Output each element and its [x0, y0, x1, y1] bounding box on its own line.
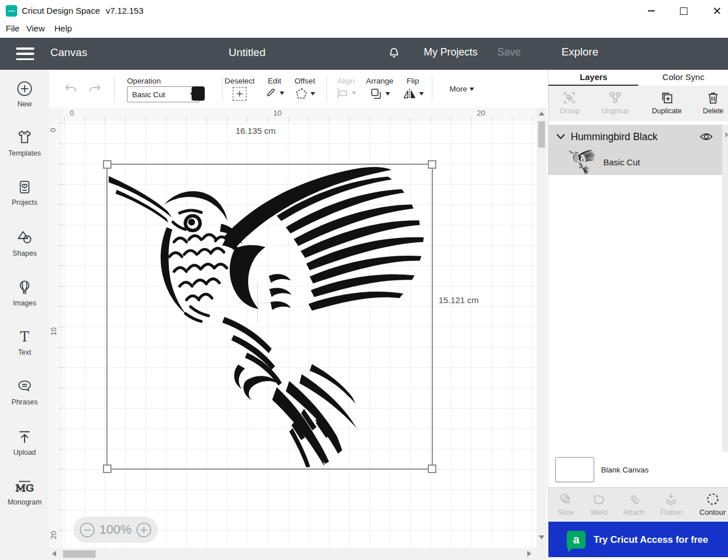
v-ruler-0: 0 [49, 128, 57, 132]
duplicate-icon [659, 90, 674, 105]
layer-group-row[interactable]: Hummingbird Black [548, 125, 722, 149]
flip-button[interactable] [402, 87, 424, 101]
selection-bounding-box[interactable] [106, 164, 433, 470]
weld-icon [591, 492, 606, 506]
horizontal-scrollbar[interactable] [49, 548, 536, 560]
caret-icon [280, 92, 284, 95]
save-button: Save [497, 46, 520, 58]
canvas-label[interactable]: Canvas [50, 46, 87, 59]
redo-icon [88, 82, 103, 95]
svg-text:T: T [20, 329, 29, 345]
toolbar-divider [114, 76, 115, 101]
menubar: File View Help [0, 22, 728, 38]
notifications-bell-icon[interactable] [387, 46, 401, 61]
deselect-label: Deselect [225, 77, 255, 85]
menu-file[interactable]: File [6, 23, 19, 33]
offset-button[interactable] [295, 87, 315, 101]
toolbar-divider [432, 76, 432, 101]
more-button[interactable]: More [449, 85, 474, 93]
sidebar-item-phrases[interactable]: Phrases [0, 378, 49, 419]
operation-dropdown[interactable]: Basic Cut [127, 86, 200, 102]
tab-layers[interactable]: Layers [580, 72, 607, 82]
contour-button[interactable]: Contour [699, 492, 726, 517]
paperclip-icon [626, 492, 641, 506]
align-icon [336, 87, 349, 100]
menu-view[interactable]: View [26, 23, 45, 33]
project-card-icon [16, 178, 33, 196]
scroll-down-icon[interactable] [539, 535, 544, 539]
scroll-left-icon[interactable] [52, 551, 56, 557]
banner-text: Try Cricut Access for free [594, 534, 708, 545]
slice-button: Slice [558, 492, 574, 517]
panel-scrollbar-gutter[interactable] [722, 125, 728, 452]
align-button [336, 87, 356, 100]
resize-handle-top-left[interactable] [103, 160, 112, 169]
cricut-access-banner[interactable]: a Try Cricut Access for free [548, 522, 728, 557]
chevron-down-icon[interactable] [556, 134, 565, 140]
layer-item-row[interactable]: Basic Cut [548, 149, 722, 175]
scroll-up-icon[interactable] [539, 112, 544, 116]
align-label: Align [337, 77, 355, 85]
tab-color-sync[interactable]: Color Sync [662, 72, 704, 82]
explore-menu[interactable]: Explore [562, 46, 598, 58]
vertical-scrollbar[interactable] [536, 108, 547, 548]
sidebar-item-new[interactable]: New [0, 80, 49, 121]
sidebar-item-templates[interactable]: Templates [0, 128, 49, 169]
close-button[interactable] [713, 6, 722, 15]
color-swatch[interactable] [192, 86, 205, 101]
sidebar-item-monogram[interactable]: MG Monogram [0, 478, 49, 519]
menu-help[interactable]: Help [54, 23, 72, 33]
zoom-out-button[interactable] [79, 522, 95, 538]
layer-tools-bar: Slice Weld Attach Flatt [548, 487, 728, 522]
caret-icon [385, 92, 390, 96]
svg-text:MG: MG [15, 482, 34, 494]
attach-button: Attach [623, 492, 645, 517]
sidebar-item-shapes[interactable]: Shapes [0, 228, 49, 269]
arrange-button[interactable] [369, 87, 390, 101]
project-title[interactable]: Untitled [229, 46, 265, 59]
undo-icon [63, 82, 78, 95]
maximize-button[interactable] [679, 6, 688, 15]
material-color-swatch[interactable] [555, 457, 594, 482]
canvas-area: 0 10 20 0 10 20 16.135 cm 15.121 cm [49, 108, 548, 560]
vertical-scrollbar-thumb[interactable] [538, 121, 545, 148]
resize-handle-top-right[interactable] [428, 160, 436, 169]
sidebar-item-images[interactable]: Images [0, 278, 49, 319]
hummingbird-artwork[interactable] [108, 165, 432, 468]
deselect-button[interactable] [233, 87, 246, 101]
slice-icon [559, 492, 573, 506]
duplicate-button[interactable]: Duplicate [652, 90, 682, 115]
delete-button[interactable]: Delete [703, 90, 723, 115]
balloon-icon [16, 278, 33, 296]
h-ruler-0: 0 [70, 109, 74, 117]
caret-icon [352, 92, 356, 95]
visibility-eye-icon[interactable] [699, 132, 713, 142]
minimize-button[interactable] [647, 6, 656, 15]
zoom-in-button[interactable] [136, 522, 152, 538]
scrollbar-corner [536, 548, 547, 560]
resize-handle-bottom-left[interactable] [103, 464, 112, 473]
phrases-icon [15, 378, 34, 395]
layer-operation-label: Basic Cut [603, 157, 640, 167]
h-ruler-10: 10 [273, 109, 281, 117]
sidebar-item-projects[interactable]: Projects [0, 178, 49, 220]
hamburger-menu-icon[interactable] [16, 47, 34, 60]
my-projects-link[interactable]: My Projects [424, 46, 478, 58]
more-label: More [449, 85, 467, 93]
left-sidebar: New Templates Projects Shapes [0, 70, 50, 560]
horizontal-scrollbar-thumb[interactable] [63, 550, 96, 558]
panel-resize-icon[interactable] [723, 132, 728, 138]
caret-icon [470, 88, 474, 91]
edit-button[interactable] [265, 87, 284, 100]
h-ruler-20: 20 [477, 109, 485, 117]
resize-handle-bottom-right[interactable] [428, 464, 436, 473]
horizontal-ruler: 0 10 20 [63, 108, 536, 122]
weld-button: Weld [590, 492, 607, 517]
header: Canvas Untitled My Projects Save Explore… [0, 38, 728, 70]
sidebar-item-text[interactable]: T Text [0, 328, 49, 370]
zoom-control: 100% [73, 517, 158, 543]
operation-label: Operation [127, 77, 161, 85]
scroll-right-icon[interactable] [527, 551, 531, 557]
cricut-design-space-window: cricut Cricut Design Space v7.12.153 Fil… [0, 0, 728, 560]
sidebar-item-upload[interactable]: Upload [0, 428, 49, 470]
